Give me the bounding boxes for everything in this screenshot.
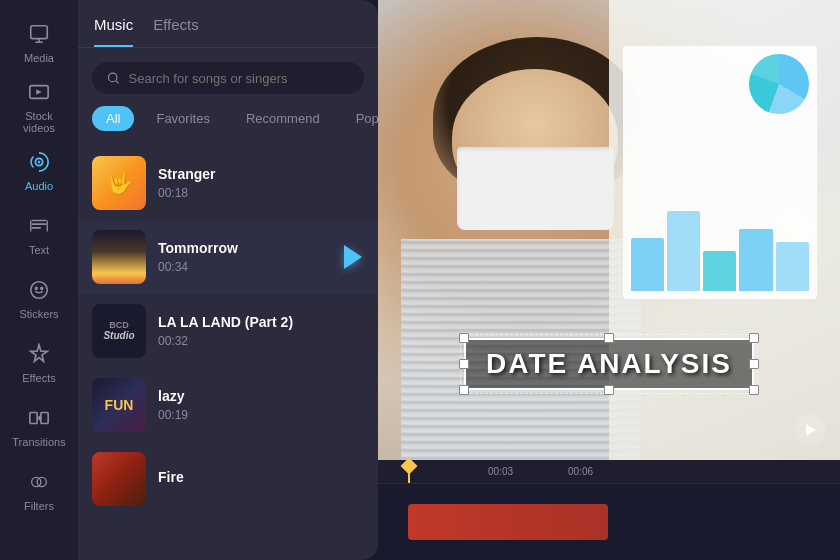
svg-marker-12 xyxy=(806,424,816,436)
timeline-track[interactable] xyxy=(378,484,840,560)
song-thumb-fire xyxy=(92,452,146,506)
sidebar-item-transitions-label: Transitions xyxy=(12,436,65,448)
song-info-fire: Fire xyxy=(158,469,364,489)
handle-bl[interactable] xyxy=(459,385,469,395)
song-duration-stranger: 00:18 xyxy=(158,186,364,200)
sidebar-item-media[interactable]: Media xyxy=(7,12,71,72)
sidebar-item-effects-label: Effects xyxy=(22,372,55,384)
audio-icon xyxy=(25,148,53,176)
panel-tabs: Music Effects xyxy=(78,0,378,48)
video-text-box[interactable]: DATE ANALYSIS xyxy=(464,338,754,390)
playhead[interactable] xyxy=(408,460,410,483)
song-info-stranger: Stranger 00:18 xyxy=(158,166,364,200)
playhead-handle[interactable] xyxy=(401,458,418,475)
handle-bc[interactable] xyxy=(604,385,614,395)
filter-recommend[interactable]: Recommend xyxy=(232,106,334,131)
song-title-lalaland: LA LA LAND (Part 2) xyxy=(158,314,364,330)
song-thumb-lazy: FUN xyxy=(92,378,146,432)
song-info-tommorrow: Tommorrow 00:34 xyxy=(158,240,364,274)
sidebar-item-transitions[interactable]: Transitions xyxy=(7,396,71,456)
sidebar-item-filters-label: Filters xyxy=(24,500,54,512)
media-icon xyxy=(25,20,53,48)
tab-music[interactable]: Music xyxy=(94,16,133,47)
filter-pop[interactable]: Pop xyxy=(342,106,378,131)
song-duration-lazy: 00:19 xyxy=(158,408,364,422)
sidebar-item-filters[interactable]: Filters xyxy=(7,460,71,520)
handle-tc[interactable] xyxy=(604,333,614,343)
sidebar-item-media-label: Media xyxy=(24,52,54,64)
song-item-stranger[interactable]: 🤟 Stranger 00:18 xyxy=(78,146,378,220)
preview-play-button[interactable] xyxy=(794,414,826,446)
song-item-lazy[interactable]: FUN lazy 00:19 xyxy=(78,368,378,442)
timeline-ruler: 00:03 00:06 xyxy=(378,460,840,484)
song-list: 🤟 Stranger 00:18 Tommorrow 00:34 xyxy=(78,142,378,560)
song-info-lalaland: LA LA LAND (Part 2) 00:32 xyxy=(158,314,364,348)
timeline-marker-2: 00:06 xyxy=(568,466,593,477)
preview-image: DATE ANALYSIS xyxy=(378,0,840,460)
song-thumb-lalaland: BCD Studio xyxy=(92,304,146,358)
effects-icon xyxy=(25,340,53,368)
song-item-tommorrow[interactable]: Tommorrow 00:34 xyxy=(78,220,378,294)
svg-rect-0 xyxy=(31,26,48,39)
timeline-marker-1: 00:03 xyxy=(488,466,513,477)
music-panel: Music Effects All Favorites Recommend Po… xyxy=(78,0,378,560)
song-thumb-tommorrow xyxy=(92,230,146,284)
play-cursor-icon xyxy=(344,245,362,269)
sidebar-item-audio[interactable]: Audio xyxy=(7,140,71,200)
song-item-fire[interactable]: Fire xyxy=(78,442,378,516)
handle-tr[interactable] xyxy=(749,333,759,343)
sidebar-item-effects[interactable]: Effects xyxy=(7,332,71,392)
filter-all[interactable]: All xyxy=(92,106,134,131)
video-text-overlay[interactable]: DATE ANALYSIS xyxy=(378,338,840,390)
song-info-lazy: lazy 00:19 xyxy=(158,388,364,422)
video-text-content: DATE ANALYSIS xyxy=(486,348,732,379)
track-clip[interactable] xyxy=(408,504,608,540)
song-thumb-stranger: 🤟 xyxy=(92,156,146,210)
search-input[interactable] xyxy=(129,71,350,86)
stock-videos-icon xyxy=(25,78,53,106)
sidebar-item-stock-videos-label: Stockvideos xyxy=(23,110,55,134)
text-icon xyxy=(25,212,53,240)
song-title-tommorrow: Tommorrow xyxy=(158,240,364,256)
preview-panel: DATE ANALYSIS xyxy=(378,0,840,460)
handle-mr[interactable] xyxy=(749,359,759,369)
filter-favorites[interactable]: Favorites xyxy=(142,106,223,131)
svg-point-10 xyxy=(37,477,46,486)
svg-point-5 xyxy=(35,287,37,289)
svg-rect-7 xyxy=(30,413,37,424)
sidebar-item-audio-label: Audio xyxy=(25,180,53,192)
song-item-lalaland[interactable]: BCD Studio LA LA LAND (Part 2) 00:32 xyxy=(78,294,378,368)
song-title-lazy: lazy xyxy=(158,388,364,404)
timeline: 00:03 00:06 xyxy=(378,460,840,560)
transitions-icon xyxy=(25,404,53,432)
sidebar-item-text-label: Text xyxy=(29,244,49,256)
stickers-icon xyxy=(25,276,53,304)
filters-icon xyxy=(25,468,53,496)
filter-bar: All Favorites Recommend Pop xyxy=(78,104,378,142)
song-duration-lalaland: 00:32 xyxy=(158,334,364,348)
search-bar[interactable] xyxy=(92,62,364,94)
sidebar-item-stock-videos[interactable]: Stockvideos xyxy=(7,76,71,136)
svg-point-4 xyxy=(31,282,48,299)
sidebar-item-text[interactable]: Text xyxy=(7,204,71,264)
song-title-fire: Fire xyxy=(158,469,364,485)
search-icon xyxy=(106,70,121,86)
handle-tl[interactable] xyxy=(459,333,469,343)
sidebar-item-stickers-label: Stickers xyxy=(19,308,58,320)
svg-point-11 xyxy=(108,73,116,81)
sidebar-item-stickers[interactable]: Stickers xyxy=(7,268,71,328)
handle-br[interactable] xyxy=(749,385,759,395)
song-title-stranger: Stranger xyxy=(158,166,364,182)
song-duration-tommorrow: 00:34 xyxy=(158,260,364,274)
tab-effects[interactable]: Effects xyxy=(153,16,199,47)
svg-point-6 xyxy=(41,287,43,289)
handle-ml[interactable] xyxy=(459,359,469,369)
svg-point-3 xyxy=(38,161,41,164)
sidebar: Media Stockvideos Audio Text xyxy=(0,0,78,560)
